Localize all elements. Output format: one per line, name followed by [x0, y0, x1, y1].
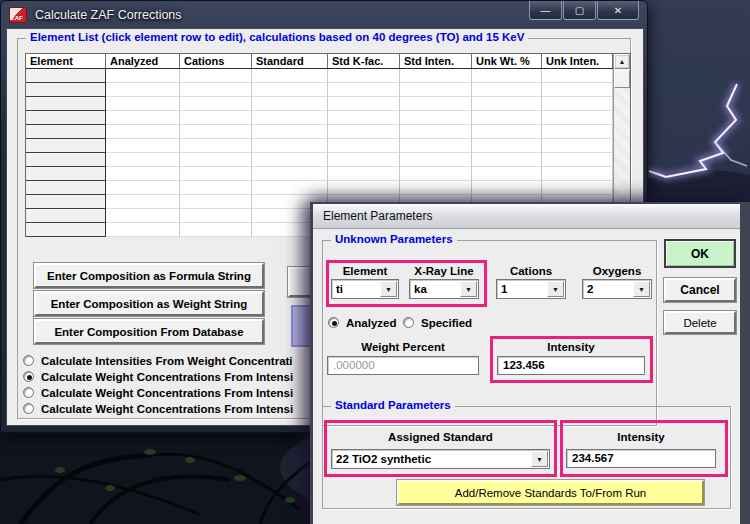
table-cell: [400, 97, 472, 111]
table-cell: [106, 111, 180, 125]
table-cell: [328, 125, 400, 139]
standard-intensity-field[interactable]: 234.567: [566, 449, 716, 468]
table-cell: [180, 223, 252, 237]
radio-calc-weight-concentrations-1[interactable]: Calculate Weight Concentrations From Int…: [23, 369, 293, 384]
table-cell: [106, 223, 180, 237]
table-cell: [252, 111, 328, 125]
table-cell: [180, 97, 252, 111]
dialog-title: Element Parameters: [323, 209, 432, 223]
cations-combo[interactable]: 1 ▼: [496, 279, 566, 299]
dialog-title-bar[interactable]: Element Parameters: [313, 204, 740, 229]
table-cell: [542, 153, 613, 167]
title-bar[interactable]: ZAF Calculate ZAF Corrections — ▢ ✕: [1, 1, 647, 28]
minimize-button[interactable]: —: [529, 1, 562, 20]
table-cell: [542, 111, 613, 125]
column-header-std-k-fac-: Std K-fac.: [328, 54, 400, 68]
table-cell: [252, 181, 328, 195]
cancel-button[interactable]: Cancel: [664, 278, 736, 302]
radio-calc-weight-concentrations-3[interactable]: Calculate Weight Concentrations From Int…: [23, 401, 293, 416]
table-cell: [26, 111, 106, 125]
table-cell: [252, 153, 328, 167]
column-header-standard: Standard: [252, 54, 328, 68]
table-row[interactable]: [26, 125, 630, 139]
table-row[interactable]: [26, 83, 630, 97]
unknown-parameters-label: Unknown Parameters: [331, 233, 457, 245]
xray-line-label: X-Ray Line: [405, 265, 483, 277]
table-cell: [472, 167, 542, 181]
radio-icon: [23, 371, 34, 382]
table-row[interactable]: [26, 97, 630, 111]
chevron-down-icon[interactable]: ▼: [380, 281, 397, 297]
table-row[interactable]: [26, 153, 630, 167]
table-cell: [252, 125, 328, 139]
add-remove-standards-button[interactable]: Add/Remove Standards To/From Run: [397, 480, 704, 505]
element-combo[interactable]: ti ▼: [331, 279, 399, 299]
radio-icon: [23, 355, 34, 366]
table-row[interactable]: [26, 139, 630, 153]
weight-percent-field[interactable]: .000000: [327, 356, 479, 375]
minimize-icon: —: [541, 5, 551, 16]
ok-button[interactable]: OK: [664, 239, 736, 268]
table-cell: [26, 153, 106, 167]
close-button[interactable]: ✕: [597, 1, 639, 20]
table-cell: [252, 139, 328, 153]
table-cell: [472, 125, 542, 139]
chevron-down-icon[interactable]: ▼: [531, 451, 548, 467]
unknown-intensity-label: Intensity: [497, 341, 645, 353]
radio-specified[interactable]: Specified: [403, 315, 472, 330]
radio-icon: [403, 317, 414, 328]
table-cell: [180, 209, 252, 223]
element-label: Element: [331, 265, 399, 277]
scroll-up-button[interactable]: ▲: [614, 54, 630, 69]
table-cell: [180, 111, 252, 125]
table-cell: [472, 139, 542, 153]
table-cell: [106, 97, 180, 111]
xray-line-combo[interactable]: ka ▼: [409, 279, 479, 299]
table-cell: [180, 69, 252, 83]
table-row[interactable]: [26, 181, 630, 195]
maximize-button[interactable]: ▢: [563, 1, 596, 20]
table-cell: [106, 181, 180, 195]
table-cell: [542, 139, 613, 153]
table-cell: [26, 209, 106, 223]
radio-calc-weight-concentrations-2[interactable]: Calculate Weight Concentrations From Int…: [23, 385, 293, 400]
table-row[interactable]: [26, 111, 630, 125]
delete-button[interactable]: Delete: [664, 311, 736, 334]
table-cell: [26, 97, 106, 111]
table-cell: [26, 167, 106, 181]
table-row[interactable]: [26, 167, 630, 181]
column-header-element: Element: [26, 54, 106, 68]
oxygens-combo[interactable]: 2 ▼: [582, 279, 652, 299]
window-title: Calculate ZAF Corrections: [35, 8, 182, 22]
enter-weight-string-button[interactable]: Enter Composition as Weight String: [34, 291, 264, 316]
radio-analyzed[interactable]: Analyzed: [328, 315, 397, 330]
table-cell: [180, 195, 252, 209]
chevron-down-icon[interactable]: ▼: [460, 281, 477, 297]
table-cell: [106, 153, 180, 167]
chevron-down-icon[interactable]: ▼: [633, 281, 650, 297]
table-cell: [400, 153, 472, 167]
table-cell: [180, 125, 252, 139]
table-cell: [328, 83, 400, 97]
table-header-row: ElementAnalyzedCationsStandardStd K-fac.…: [26, 54, 630, 69]
table-cell: [106, 83, 180, 97]
unknown-intensity-field[interactable]: 123.456: [497, 356, 645, 375]
chevron-down-icon[interactable]: ▼: [547, 281, 564, 297]
element-parameters-dialog: Element Parameters Unknown Parameters El…: [310, 202, 750, 524]
table-cell: [472, 97, 542, 111]
radio-icon: [23, 403, 34, 414]
table-cell: [106, 139, 180, 153]
standard-parameters-label: Standard Parameters: [331, 399, 455, 411]
table-cell: [252, 83, 328, 97]
scrollbar-thumb[interactable]: [614, 70, 630, 88]
table-row[interactable]: [26, 69, 630, 83]
table-cell: [400, 139, 472, 153]
table-cell: [328, 139, 400, 153]
radio-icon: [328, 317, 339, 328]
enter-from-database-button[interactable]: Enter Composition From Database: [34, 319, 264, 344]
assigned-standard-combo[interactable]: 22 TiO2 synthetic ▼: [331, 449, 550, 469]
table-cell: [472, 83, 542, 97]
enter-formula-string-button[interactable]: Enter Composition as Formula String: [34, 263, 264, 288]
radio-calc-intensities[interactable]: Calculate Intensities From Weight Concen…: [23, 353, 293, 368]
table-cell: [542, 167, 613, 181]
